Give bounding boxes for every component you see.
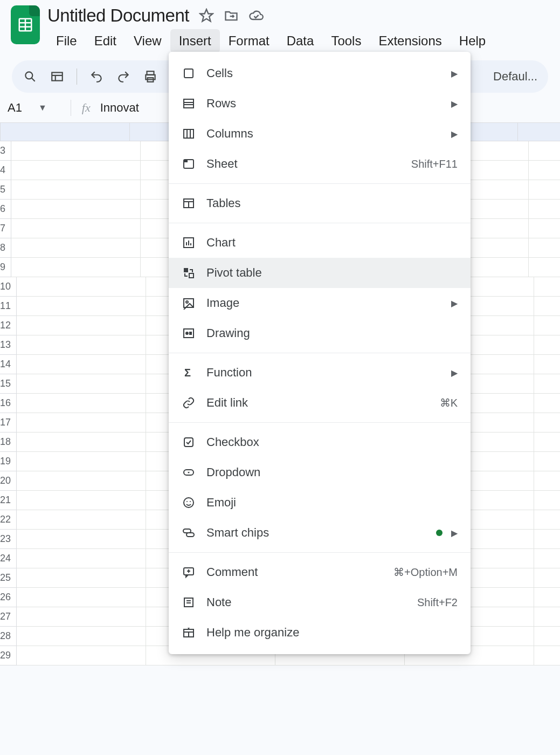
cell[interactable]	[534, 335, 560, 355]
insert-function[interactable]: ΣFunction▶	[169, 358, 471, 388]
table-view-icon[interactable]	[50, 69, 65, 84]
row-header[interactable]: 29	[0, 646, 17, 665]
row-header[interactable]: 13	[0, 335, 17, 355]
insert-pivot[interactable]: Pivot table	[169, 258, 471, 288]
cell[interactable]	[534, 627, 560, 646]
row-header[interactable]: 20	[0, 471, 17, 491]
row-header[interactable]: 15	[0, 374, 17, 394]
cell[interactable]	[17, 549, 146, 568]
row-header[interactable]: 3	[0, 141, 11, 161]
menu-format[interactable]: Format	[220, 29, 278, 53]
insert-note[interactable]: NoteShift+F2	[169, 587, 471, 617]
formula-input[interactable]: Innovat	[100, 101, 139, 115]
cell[interactable]	[534, 413, 560, 433]
cell[interactable]	[11, 180, 141, 200]
cell[interactable]	[534, 549, 560, 568]
cell[interactable]	[17, 491, 146, 510]
star-icon[interactable]	[199, 8, 214, 23]
cell[interactable]	[17, 413, 146, 433]
sheets-logo-icon[interactable]	[11, 5, 40, 44]
cell[interactable]	[17, 452, 146, 471]
cell[interactable]	[17, 568, 146, 588]
row-header[interactable]: 4	[0, 161, 11, 180]
menu-data[interactable]: Data	[278, 29, 323, 53]
cell[interactable]	[17, 471, 146, 491]
row-header[interactable]: 14	[0, 355, 17, 374]
insert-chips[interactable]: Smart chips▶	[169, 518, 471, 548]
cell[interactable]	[529, 219, 560, 238]
cell[interactable]	[529, 258, 560, 277]
cell[interactable]	[534, 491, 560, 510]
cell[interactable]	[17, 510, 146, 530]
cell[interactable]	[529, 161, 560, 180]
cell[interactable]	[17, 374, 146, 394]
cell[interactable]	[534, 277, 560, 297]
insert-organize[interactable]: Help me organize	[169, 617, 471, 648]
insert-chart[interactable]: Chart	[169, 228, 471, 258]
menu-tools[interactable]: Tools	[322, 29, 370, 53]
cell[interactable]	[534, 374, 560, 394]
insert-sheet[interactable]: SheetShift+F11	[169, 149, 471, 179]
insert-cells[interactable]: Cells▶	[169, 58, 471, 88]
cell[interactable]	[17, 646, 146, 665]
print-icon[interactable]	[143, 69, 158, 84]
redo-icon[interactable]	[116, 69, 131, 84]
menu-help[interactable]: Help	[451, 29, 494, 53]
cell[interactable]	[11, 258, 141, 277]
cell[interactable]	[534, 433, 560, 452]
insert-checkbox[interactable]: Checkbox	[169, 427, 471, 457]
row-header[interactable]: 28	[0, 627, 17, 646]
row-header[interactable]: 16	[0, 394, 17, 413]
undo-icon[interactable]	[89, 69, 104, 84]
cell[interactable]	[534, 646, 560, 665]
cell[interactable]	[17, 433, 146, 452]
document-title[interactable]: Untitled Document	[47, 5, 189, 26]
row-header[interactable]: 8	[0, 238, 11, 258]
cell[interactable]	[17, 316, 146, 335]
row-header[interactable]: 12	[0, 316, 17, 335]
menu-file[interactable]: File	[47, 29, 86, 53]
cell[interactable]	[11, 219, 141, 238]
cell[interactable]	[17, 588, 146, 607]
menu-insert[interactable]: Insert	[170, 29, 220, 53]
row-header[interactable]: 25	[0, 568, 17, 588]
column-header[interactable]	[1, 123, 130, 141]
column-header[interactable]	[518, 123, 560, 141]
cell[interactable]	[529, 141, 560, 161]
row-header[interactable]: 11	[0, 297, 17, 316]
cell[interactable]	[529, 200, 560, 219]
search-icon[interactable]	[23, 69, 38, 84]
row-header[interactable]: 24	[0, 549, 17, 568]
row-header[interactable]: 7	[0, 219, 11, 238]
insert-comment[interactable]: Comment⌘+Option+M	[169, 557, 471, 587]
cell[interactable]	[534, 530, 560, 549]
cell[interactable]	[11, 200, 141, 219]
row-header[interactable]: 6	[0, 200, 11, 219]
cloud-saved-icon[interactable]	[248, 8, 264, 23]
cell[interactable]	[529, 180, 560, 200]
row-header[interactable]: 26	[0, 588, 17, 607]
name-box[interactable]: A1 ▼	[8, 101, 60, 115]
cell[interactable]	[11, 238, 141, 258]
insert-link[interactable]: Edit link⌘K	[169, 388, 471, 418]
cell[interactable]	[17, 530, 146, 549]
cell[interactable]	[534, 355, 560, 374]
cell[interactable]	[534, 588, 560, 607]
cell[interactable]	[534, 316, 560, 335]
move-folder-icon[interactable]	[224, 8, 239, 23]
cell[interactable]	[534, 297, 560, 316]
cell[interactable]	[17, 355, 146, 374]
insert-rows[interactable]: Rows▶	[169, 88, 471, 119]
row-header[interactable]: 9	[0, 258, 11, 277]
cell[interactable]	[17, 627, 146, 646]
cell[interactable]	[11, 161, 141, 180]
row-header[interactable]: 27	[0, 607, 17, 627]
insert-image[interactable]: Image▶	[169, 288, 471, 318]
row-header[interactable]: 21	[0, 491, 17, 510]
row-header[interactable]: 5	[0, 180, 11, 200]
cell[interactable]	[11, 141, 141, 161]
row-header[interactable]: 22	[0, 510, 17, 530]
insert-drawing[interactable]: Drawing	[169, 318, 471, 348]
cell[interactable]	[17, 277, 146, 297]
cell[interactable]	[534, 510, 560, 530]
